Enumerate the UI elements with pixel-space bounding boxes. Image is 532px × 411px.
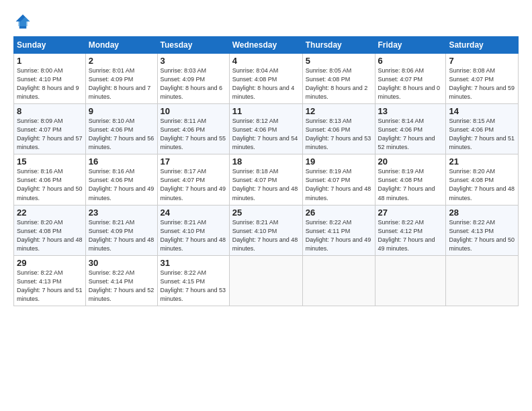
- day-number: 14: [449, 106, 515, 116]
- day-info: Sunrise: 8:19 AMSunset: 4:07 PMDaylight:…: [306, 167, 372, 202]
- col-header-tuesday: Tuesday: [157, 37, 229, 54]
- day-number: 26: [306, 208, 372, 218]
- calendar-cell: 5Sunrise: 8:05 AMSunset: 4:08 PMDaylight…: [302, 54, 375, 104]
- col-header-friday: Friday: [375, 37, 446, 54]
- day-number: 19: [306, 156, 372, 167]
- day-number: 17: [161, 156, 226, 167]
- day-info: Sunrise: 8:22 AMSunset: 4:15 PMDaylight:…: [161, 269, 226, 304]
- day-info: Sunrise: 8:16 AMSunset: 4:06 PMDaylight:…: [89, 167, 154, 202]
- calendar-cell: 26Sunrise: 8:22 AMSunset: 4:11 PMDayligh…: [302, 205, 375, 255]
- calendar-cell: 17Sunrise: 8:17 AMSunset: 4:07 PMDayligh…: [157, 154, 229, 205]
- day-number: 10: [161, 106, 226, 116]
- day-number: 11: [232, 106, 300, 116]
- day-number: 27: [378, 208, 443, 218]
- calendar-cell: 7Sunrise: 8:08 AMSunset: 4:07 PMDaylight…: [446, 54, 519, 104]
- col-header-sunday: Sunday: [14, 37, 86, 54]
- calendar-cell: 27Sunrise: 8:22 AMSunset: 4:12 PMDayligh…: [375, 205, 446, 255]
- day-info: Sunrise: 8:21 AMSunset: 4:10 PMDaylight:…: [161, 218, 226, 253]
- day-info: Sunrise: 8:13 AMSunset: 4:06 PMDaylight:…: [306, 117, 372, 152]
- day-info: Sunrise: 8:06 AMSunset: 4:07 PMDaylight:…: [378, 66, 443, 101]
- day-info: Sunrise: 8:20 AMSunset: 4:08 PMDaylight:…: [17, 218, 83, 253]
- calendar-cell: 19Sunrise: 8:19 AMSunset: 4:07 PMDayligh…: [302, 154, 375, 205]
- calendar-cell: 9Sunrise: 8:10 AMSunset: 4:06 PMDaylight…: [85, 104, 157, 154]
- day-info: Sunrise: 8:22 AMSunset: 4:11 PMDaylight:…: [306, 218, 372, 253]
- day-number: 8: [17, 106, 83, 116]
- day-info: Sunrise: 8:01 AMSunset: 4:09 PMDaylight:…: [89, 66, 154, 101]
- calendar-week-4: 22Sunrise: 8:20 AMSunset: 4:08 PMDayligh…: [14, 205, 519, 255]
- calendar-cell: 10Sunrise: 8:11 AMSunset: 4:06 PMDayligh…: [157, 104, 229, 154]
- page: SundayMondayTuesdayWednesdayThursdayFrid…: [0, 0, 532, 411]
- col-header-wednesday: Wednesday: [229, 37, 302, 54]
- logo: [13, 12, 35, 31]
- day-number: 24: [161, 208, 226, 218]
- calendar-week-5: 29Sunrise: 8:22 AMSunset: 4:13 PMDayligh…: [14, 255, 519, 306]
- day-info: Sunrise: 8:20 AMSunset: 4:08 PMDaylight:…: [449, 167, 515, 202]
- day-info: Sunrise: 8:16 AMSunset: 4:06 PMDaylight:…: [17, 167, 83, 202]
- col-header-thursday: Thursday: [302, 37, 375, 54]
- day-number: 13: [378, 106, 443, 116]
- calendar-cell: [229, 255, 302, 306]
- day-number: 12: [306, 106, 372, 116]
- day-info: Sunrise: 8:04 AMSunset: 4:08 PMDaylight:…: [232, 66, 300, 101]
- col-header-saturday: Saturday: [446, 37, 519, 54]
- day-info: Sunrise: 8:22 AMSunset: 4:12 PMDaylight:…: [378, 218, 443, 253]
- day-info: Sunrise: 8:10 AMSunset: 4:06 PMDaylight:…: [89, 117, 154, 152]
- calendar-cell: 22Sunrise: 8:20 AMSunset: 4:08 PMDayligh…: [14, 205, 86, 255]
- day-number: 28: [449, 208, 515, 218]
- day-info: Sunrise: 8:00 AMSunset: 4:10 PMDaylight:…: [17, 66, 83, 101]
- calendar-week-1: 1Sunrise: 8:00 AMSunset: 4:10 PMDaylight…: [14, 54, 519, 104]
- header: [13, 12, 519, 31]
- day-info: Sunrise: 8:03 AMSunset: 4:09 PMDaylight:…: [161, 66, 226, 101]
- day-number: 25: [232, 208, 300, 218]
- day-info: Sunrise: 8:18 AMSunset: 4:07 PMDaylight:…: [232, 167, 300, 202]
- day-info: Sunrise: 8:14 AMSunset: 4:06 PMDaylight:…: [378, 117, 443, 152]
- calendar-cell: 28Sunrise: 8:22 AMSunset: 4:13 PMDayligh…: [446, 205, 519, 255]
- day-number: 23: [89, 208, 154, 218]
- calendar-cell: 21Sunrise: 8:20 AMSunset: 4:08 PMDayligh…: [446, 154, 519, 205]
- day-number: 30: [89, 258, 154, 268]
- day-number: 6: [378, 56, 443, 66]
- day-info: Sunrise: 8:08 AMSunset: 4:07 PMDaylight:…: [449, 66, 515, 101]
- calendar-cell: 3Sunrise: 8:03 AMSunset: 4:09 PMDaylight…: [157, 54, 229, 104]
- calendar-header-row: SundayMondayTuesdayWednesdayThursdayFrid…: [14, 37, 519, 54]
- day-number: 9: [89, 106, 154, 116]
- calendar-table: SundayMondayTuesdayWednesdayThursdayFrid…: [13, 36, 519, 306]
- day-number: 21: [449, 156, 515, 167]
- day-number: 31: [161, 258, 226, 268]
- calendar-cell: [375, 255, 446, 306]
- day-number: 3: [161, 56, 226, 66]
- calendar-cell: 8Sunrise: 8:09 AMSunset: 4:07 PMDaylight…: [14, 104, 86, 154]
- calendar-cell: 12Sunrise: 8:13 AMSunset: 4:06 PMDayligh…: [302, 104, 375, 154]
- calendar-cell: 14Sunrise: 8:15 AMSunset: 4:06 PMDayligh…: [446, 104, 519, 154]
- calendar-cell: 18Sunrise: 8:18 AMSunset: 4:07 PMDayligh…: [229, 154, 302, 205]
- day-info: Sunrise: 8:05 AMSunset: 4:08 PMDaylight:…: [306, 66, 372, 101]
- day-info: Sunrise: 8:22 AMSunset: 4:14 PMDaylight:…: [89, 269, 154, 304]
- calendar-cell: [446, 255, 519, 306]
- day-number: 16: [89, 156, 154, 167]
- day-number: 4: [232, 56, 300, 66]
- calendar-cell: 24Sunrise: 8:21 AMSunset: 4:10 PMDayligh…: [157, 205, 229, 255]
- day-number: 1: [17, 56, 83, 66]
- calendar-cell: 31Sunrise: 8:22 AMSunset: 4:15 PMDayligh…: [157, 255, 229, 306]
- calendar-cell: 20Sunrise: 8:19 AMSunset: 4:08 PMDayligh…: [375, 154, 446, 205]
- calendar-cell: 23Sunrise: 8:21 AMSunset: 4:09 PMDayligh…: [85, 205, 157, 255]
- day-info: Sunrise: 8:19 AMSunset: 4:08 PMDaylight:…: [378, 167, 443, 202]
- calendar-cell: 1Sunrise: 8:00 AMSunset: 4:10 PMDaylight…: [14, 54, 86, 104]
- calendar-week-3: 15Sunrise: 8:16 AMSunset: 4:06 PMDayligh…: [14, 154, 519, 205]
- day-number: 7: [449, 56, 515, 66]
- day-number: 29: [17, 258, 83, 268]
- calendar-cell: 13Sunrise: 8:14 AMSunset: 4:06 PMDayligh…: [375, 104, 446, 154]
- day-info: Sunrise: 8:17 AMSunset: 4:07 PMDaylight:…: [161, 167, 226, 202]
- day-info: Sunrise: 8:09 AMSunset: 4:07 PMDaylight:…: [17, 117, 83, 152]
- calendar-cell: 29Sunrise: 8:22 AMSunset: 4:13 PMDayligh…: [14, 255, 86, 306]
- calendar-cell: 6Sunrise: 8:06 AMSunset: 4:07 PMDaylight…: [375, 54, 446, 104]
- day-number: 22: [17, 208, 83, 218]
- day-info: Sunrise: 8:21 AMSunset: 4:10 PMDaylight:…: [232, 218, 300, 253]
- day-info: Sunrise: 8:12 AMSunset: 4:06 PMDaylight:…: [232, 117, 300, 152]
- day-number: 20: [378, 156, 443, 167]
- calendar-cell: 4Sunrise: 8:04 AMSunset: 4:08 PMDaylight…: [229, 54, 302, 104]
- calendar-cell: 11Sunrise: 8:12 AMSunset: 4:06 PMDayligh…: [229, 104, 302, 154]
- day-info: Sunrise: 8:22 AMSunset: 4:13 PMDaylight:…: [17, 269, 83, 304]
- calendar-week-2: 8Sunrise: 8:09 AMSunset: 4:07 PMDaylight…: [14, 104, 519, 154]
- day-info: Sunrise: 8:11 AMSunset: 4:06 PMDaylight:…: [161, 117, 226, 152]
